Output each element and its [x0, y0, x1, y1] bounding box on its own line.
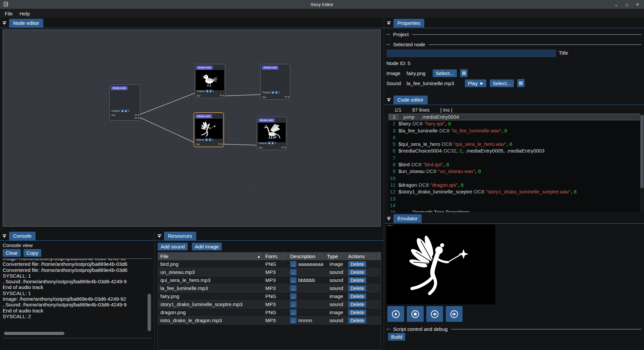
increment-outputs-button[interactable]: ▶: [275, 91, 278, 94]
clear-button[interactable]: Clear: [3, 249, 21, 257]
image-value: fairy.png: [407, 70, 431, 76]
delete-button[interactable]: Delete: [348, 269, 366, 275]
minimize-button[interactable]: ⌄: [613, 2, 619, 7]
console-vertical-scrollbar[interactable]: [148, 259, 151, 331]
increment-outputs-button[interactable]: ▶: [271, 141, 274, 144]
tab-console[interactable]: Console: [9, 232, 36, 240]
tab-emulator[interactable]: Emulator: [393, 214, 422, 223]
resource-row[interactable]: qui_sera_le_hero.mp3MP3..bbbbbbsoundDele…: [158, 276, 381, 284]
resource-row[interactable]: bird.pngPNG..aaaaaaaaaimageDelete: [158, 260, 381, 268]
graph-node[interactable]: Media node Outputs ◀ ▶ 1 Out #1: [195, 64, 225, 98]
properties-panel: Properties Project Selected node Title N…: [384, 18, 644, 95]
delete-button[interactable]: Delete: [348, 285, 366, 291]
output-port[interactable]: #1: [218, 142, 223, 145]
decrement-outputs-button[interactable]: ◀: [268, 141, 271, 144]
collapse-icon[interactable]: [2, 234, 7, 238]
column-header-description[interactable]: Description: [288, 252, 325, 260]
column-header-type[interactable]: Type: [325, 252, 346, 260]
increment-outputs-button[interactable]: ▶: [209, 90, 212, 93]
node-graph-canvas[interactable]: Media node Outputs: ◀ ▶ 2 Out #1 #2 Medi…: [3, 30, 381, 227]
edit-description-button[interactable]: ..: [290, 269, 297, 275]
console-horizontal-scrollbar[interactable]: [3, 332, 147, 335]
resource-row[interactable]: la_fee_luminelle.mp3MP3..soundDelete: [158, 284, 381, 292]
code-line: 14: [388, 202, 640, 209]
console-resources-splitter[interactable]: [154, 231, 155, 350]
graph-node[interactable]: Media node Outputs: ◀ ▶ 2 Out #1 #2: [109, 84, 140, 121]
column-header-actions[interactable]: Actions: [346, 252, 376, 260]
build-button[interactable]: Build: [388, 333, 405, 341]
resource-format: MP3: [263, 317, 288, 323]
output-port[interactable]: #2: [135, 116, 139, 119]
delete-button[interactable]: Delete: [348, 277, 366, 283]
increment-outputs-button[interactable]: ▶: [124, 109, 127, 112]
sound-select-button[interactable]: Select...: [490, 79, 514, 87]
menu-help[interactable]: Help: [17, 10, 33, 17]
output-port[interactable]: #1: [285, 95, 289, 98]
column-header-file[interactable]: File ▲: [158, 252, 263, 260]
tab-code-editor[interactable]: Code editor: [393, 96, 428, 104]
delete-button[interactable]: Delete: [348, 261, 366, 267]
delete-button[interactable]: Delete: [348, 301, 366, 307]
node-title-input[interactable]: [386, 49, 556, 57]
column-header-format[interactable]: Form.: [263, 252, 288, 260]
code-line: 3$la_fee_luminelle·DC8·"la_fee_luminelle…: [388, 127, 640, 134]
image-select-button[interactable]: Select...: [433, 69, 457, 77]
node-outputs-label: Outputs: [197, 90, 205, 92]
decrement-outputs-button[interactable]: ◀: [121, 109, 124, 112]
code-text-area[interactable]: 1→jump····.mediaEntry00042$fairy·DC8·"fa…: [388, 114, 640, 212]
edit-description-button[interactable]: ..: [290, 309, 297, 315]
close-button[interactable]: ✕: [635, 2, 641, 7]
collapse-icon[interactable]: [157, 234, 162, 238]
delete-button[interactable]: Delete: [348, 317, 366, 324]
decrement-outputs-button[interactable]: ◀: [206, 90, 209, 93]
collapse-icon[interactable]: [386, 217, 391, 220]
resource-row[interactable]: un_oiseau.mp3MP3..soundDelete: [158, 268, 381, 276]
decrement-outputs-button[interactable]: ◀: [271, 91, 274, 94]
image-clear-button[interactable]: ⊠: [460, 69, 468, 77]
delete-button[interactable]: Delete: [348, 309, 366, 315]
tab-resources[interactable]: Resources: [164, 232, 196, 240]
edit-description-button[interactable]: ..: [290, 317, 297, 324]
resource-row[interactable]: intro_drako_le_dragon.mp3MP3..nnnnnsound…: [158, 316, 381, 325]
code-scrollbar[interactable]: [640, 114, 644, 212]
menu-bar: File Help: [0, 9, 644, 18]
output-port[interactable]: #1: [281, 146, 286, 149]
emulator-screen[interactable]: [386, 225, 495, 304]
collapse-icon[interactable]: [386, 21, 391, 25]
decrement-outputs-button[interactable]: ◀: [205, 138, 208, 141]
sound-clear-button[interactable]: ⊠: [517, 79, 525, 87]
emulator-step-back-button[interactable]: [426, 306, 443, 322]
collapse-icon[interactable]: [2, 21, 7, 25]
column-splitter[interactable]: [384, 18, 384, 350]
menu-file[interactable]: File: [2, 10, 15, 17]
emulator-stop-button[interactable]: [407, 306, 424, 322]
resource-row[interactable]: story1_drako_luminelle_sceptre.mp3MP3..s…: [158, 300, 381, 308]
increment-outputs-button[interactable]: ▶: [209, 138, 212, 141]
tab-node-editor[interactable]: Node editor: [9, 19, 43, 27]
collapse-icon[interactable]: [386, 98, 391, 102]
resource-row[interactable]: fairy.pngPNG..imageDelete: [158, 292, 381, 300]
resource-actions: Delete: [346, 309, 376, 315]
edit-description-button[interactable]: ..: [290, 261, 297, 267]
resource-row[interactable]: dragon.pngPNG..imageDelete: [158, 308, 381, 316]
code-line: 5$qui_sera_le_hero·DC8·"qui_sera_le_hero…: [388, 141, 640, 148]
add-sound-button[interactable]: Add sound: [158, 243, 188, 250]
add-image-button[interactable]: Add image: [192, 243, 222, 250]
copy-button[interactable]: Copy: [23, 249, 41, 257]
graph-node[interactable]: Media node Outputs ◀ ▶ 1 Out #1: [257, 117, 287, 150]
tab-properties[interactable]: Properties: [393, 19, 424, 27]
edit-description-button[interactable]: ..: [290, 301, 297, 307]
output-port[interactable]: #1: [135, 113, 139, 116]
emulator-play-button[interactable]: [387, 306, 404, 322]
output-port[interactable]: #1: [220, 94, 224, 97]
sound-play-button[interactable]: Play▶: [465, 79, 486, 87]
graph-node-selected[interactable]: Media node Outputs ◀ ▶ 1 Out #1: [194, 112, 224, 147]
emulator-step-forward-button[interactable]: [446, 306, 463, 322]
graph-node[interactable]: Media node Outputs ◀ ▶ 1 Out #1: [260, 64, 290, 100]
maximize-button[interactable]: ◇: [624, 2, 630, 7]
edit-description-button[interactable]: ..: [290, 293, 297, 299]
edit-description-button[interactable]: ..: [290, 285, 297, 291]
delete-button[interactable]: Delete: [348, 293, 366, 299]
edit-description-button[interactable]: ..: [290, 277, 297, 283]
node-image-fairy: [195, 119, 222, 139]
